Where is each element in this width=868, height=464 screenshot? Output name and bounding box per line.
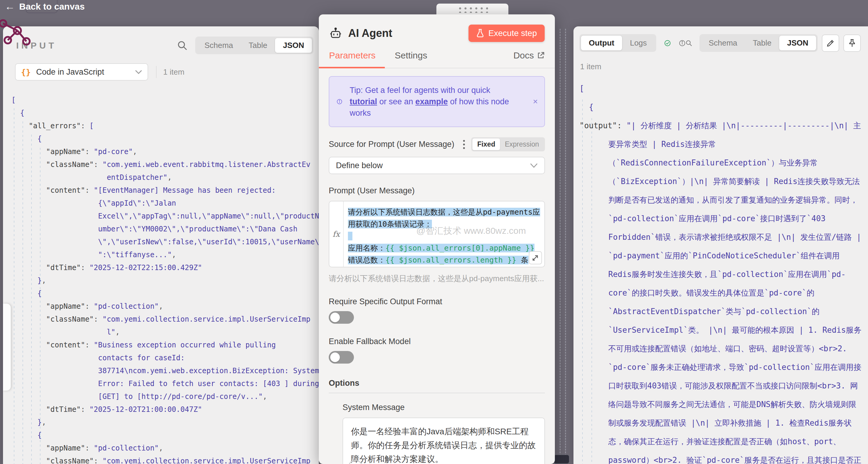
tab-json[interactable]: JSON <box>779 36 816 51</box>
docs-link[interactable]: Docs <box>514 51 545 68</box>
json-bracket: [ <box>580 79 863 98</box>
info-icon[interactable] <box>679 38 686 48</box>
execute-step-button[interactable]: Execute step <box>468 25 545 42</box>
prompt-preview-hint: 请分析以下系统错误日志数据，这些是从pd-payments应用获... <box>329 273 545 284</box>
tab-logs[interactable]: Logs <box>622 36 654 51</box>
chevron-down-icon <box>135 70 142 74</box>
input-source-value: Code in JavaScript <box>36 67 135 77</box>
node-title: AI Agent <box>348 27 468 40</box>
flask-icon <box>476 29 484 38</box>
screen: ← Back to canvas INPUT Schema Table JSON… <box>0 0 868 464</box>
input-item-count: 1 item <box>156 66 184 78</box>
edit-output-button[interactable] <box>822 34 839 52</box>
prompt-editor[interactable]: fx 请分析以下系统错误日志数据，这些是从pd-payments应用获取的10条… <box>329 201 545 267</box>
canvas-connector-dashed <box>565 29 566 464</box>
tab-schema[interactable]: Schema <box>197 38 241 53</box>
chevron-down-icon <box>530 163 538 168</box>
mode-expression[interactable]: Expression <box>500 138 544 150</box>
ai-agent-modal: AI Agent Execute step Parameters Setting… <box>319 14 555 464</box>
output-view-tabs: Schema Table JSON <box>700 34 817 52</box>
tip-close-icon[interactable]: × <box>533 97 538 106</box>
system-message-textarea[interactable]: 你是一名经验丰富的Java后端架构师和SRE工程师。你的任务是分析系统错误日志，… <box>343 418 545 464</box>
output-logs-tabs: Output Logs <box>580 34 656 52</box>
code-node-icon: {} <box>21 67 31 77</box>
input-view-tabs: Schema Table JSON <box>195 37 313 54</box>
modal-drag-handle[interactable] <box>436 4 508 15</box>
tab-output[interactable]: Output <box>581 36 622 51</box>
input-json-view[interactable]: [ { "all_errors": [ { "appName": "pd-cor… <box>11 94 316 464</box>
execute-step-label: Execute step <box>488 29 537 38</box>
output-panel: Output Logs Schema Table JSON <box>574 26 868 464</box>
prompt-source-select[interactable]: Define below <box>329 157 545 174</box>
success-check-icon <box>664 38 671 48</box>
system-message-label: System Message <box>343 403 545 412</box>
require-output-format-toggle[interactable] <box>329 311 354 324</box>
prompt-label: Prompt (User Message) <box>329 186 545 195</box>
example-link[interactable]: example <box>415 97 448 106</box>
system-message-value: 你是一名经验丰富的Java后端架构师和SRE工程师。你的任务是分析系统错误日志，… <box>351 427 536 464</box>
external-link-icon <box>537 52 545 59</box>
output-json-view[interactable]: [ { "output": "| 分析维度 | 分析结果 |\n|-------… <box>580 79 863 464</box>
prompt-code: 请分析以下系统错误日志数据，这些是从pd-payments应用获取的10条错误记… <box>344 201 545 267</box>
enable-fallback-toggle[interactable] <box>329 351 354 364</box>
tutorial-link[interactable]: tutorial <box>350 97 377 106</box>
json-brace: { <box>580 98 863 116</box>
docs-label: Docs <box>514 51 534 61</box>
input-collapse-handle[interactable] <box>3 304 11 391</box>
tab-table[interactable]: Table <box>241 38 275 53</box>
active-tab-underline <box>319 67 385 68</box>
options-label: Options <box>329 378 545 388</box>
tab-json[interactable]: JSON <box>275 38 312 53</box>
tip-banner: Tip: Get a feel for agents with our quic… <box>329 76 545 127</box>
parameter-options-icon[interactable] <box>463 139 465 150</box>
fixed-expression-toggle: Fixed Expression <box>471 137 545 152</box>
expand-icon <box>532 254 539 261</box>
prompt-source-value: Define below <box>336 161 383 170</box>
pencil-icon <box>826 39 835 47</box>
tab-schema[interactable]: Schema <box>701 36 745 51</box>
back-to-canvas-button[interactable]: ← Back to canvas <box>5 1 85 12</box>
expand-editor-button[interactable] <box>529 251 542 264</box>
input-source-select[interactable]: {} Code in JavaScript <box>15 63 148 80</box>
search-icon[interactable] <box>686 38 692 48</box>
options-divider <box>329 393 545 393</box>
output-json-entry: "output": "| 分析维度 | 分析结果 |\n|---------|-… <box>580 116 863 464</box>
output-item-count: 1 item <box>580 62 868 71</box>
expression-fx-icon: fx <box>329 201 344 267</box>
canvas-node-behind <box>553 455 569 464</box>
source-for-prompt-label: Source for Prompt (User Message) <box>329 140 457 149</box>
info-icon <box>337 96 343 107</box>
pin-output-button[interactable] <box>843 34 861 52</box>
tip-text: Tip: Get a feel for agents with our quic… <box>350 85 537 119</box>
search-icon[interactable] <box>177 40 187 51</box>
workflow-graph-icon <box>0 15 35 48</box>
enable-fallback-label: Enable Fallback Model <box>329 337 545 346</box>
tab-table[interactable]: Table <box>745 36 779 51</box>
back-arrow-icon: ← <box>5 1 15 12</box>
tab-parameters[interactable]: Parameters <box>329 51 375 68</box>
robot-icon <box>329 27 342 40</box>
input-panel: INPUT Schema Table JSON {} Code in JavaS… <box>3 26 319 464</box>
tab-settings[interactable]: Settings <box>395 51 427 68</box>
back-to-canvas-label: Back to canvas <box>19 1 85 12</box>
mode-fixed[interactable]: Fixed <box>472 138 500 150</box>
pin-icon <box>848 39 856 48</box>
require-output-format-label: Require Specific Output Format <box>329 297 545 306</box>
drag-dots-icon <box>457 6 488 13</box>
canvas-connector-dashed <box>560 29 561 464</box>
